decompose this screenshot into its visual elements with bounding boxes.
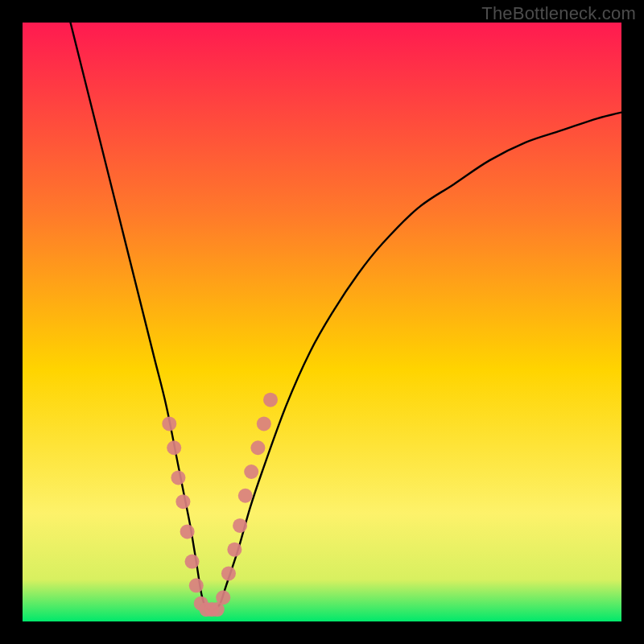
plot-area xyxy=(23,23,621,621)
highlight-marker xyxy=(263,393,278,407)
highlight-marker xyxy=(180,524,195,539)
chart-frame: TheBottleneck.com xyxy=(0,0,644,644)
highlight-marker xyxy=(185,555,200,569)
highlight-marker xyxy=(216,590,230,605)
highlight-marker xyxy=(189,578,204,592)
highlight-marker xyxy=(162,416,176,431)
highlight-marker xyxy=(238,489,253,503)
chart-svg xyxy=(23,23,621,621)
highlight-marker xyxy=(175,494,190,509)
highlight-marker xyxy=(250,440,265,455)
highlight-marker xyxy=(167,440,181,455)
highlight-marker xyxy=(221,566,236,580)
highlight-marker xyxy=(257,416,271,431)
gradient-background xyxy=(23,23,621,621)
highlight-marker xyxy=(171,470,185,485)
highlight-marker xyxy=(227,543,242,557)
watermark-text: TheBottleneck.com xyxy=(481,3,636,24)
highlight-marker xyxy=(244,464,258,479)
highlight-marker xyxy=(233,518,247,533)
